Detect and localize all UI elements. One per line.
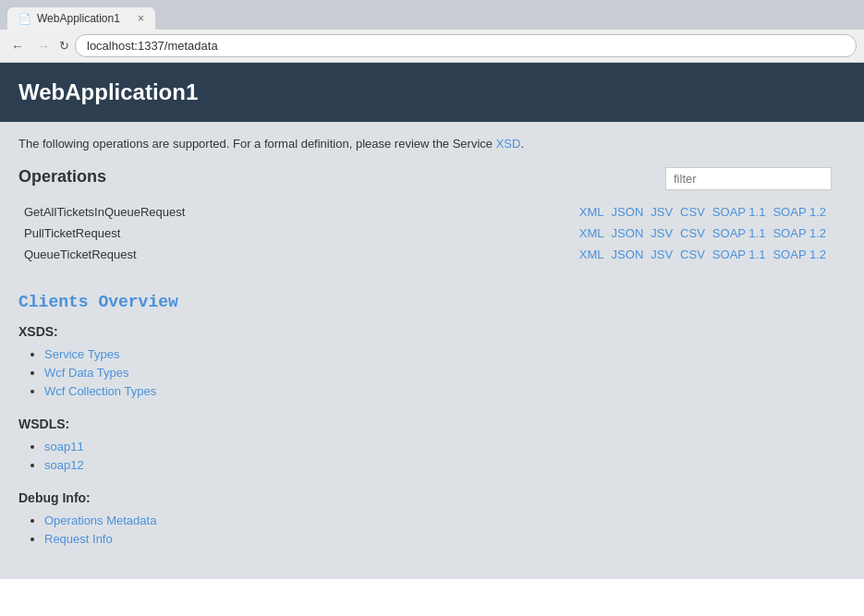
nav-link[interactable]: Wcf Collection Types: [44, 384, 156, 398]
operation-name: PullTicketRequest: [18, 223, 397, 244]
operation-format-link[interactable]: SOAP 1.1: [712, 205, 766, 219]
page-content: The following operations are supported. …: [0, 122, 850, 579]
list-item: soap12: [44, 457, 832, 472]
back-button[interactable]: ←: [7, 37, 28, 55]
nav-link[interactable]: Operations Metadata: [44, 513, 156, 527]
operation-format-link[interactable]: SOAP 1.2: [773, 205, 826, 219]
table-row: QueueTicketRequestXMLJSONJSVCSVSOAP 1.1S…: [18, 244, 832, 265]
browser-tab[interactable]: 📄 WebApplication1 ×: [7, 7, 155, 30]
operation-links: XMLJSONJSVCSVSOAP 1.1SOAP 1.2: [397, 201, 832, 223]
app-title: WebApplication1: [18, 79, 198, 104]
list-item: Wcf Data Types: [44, 365, 832, 380]
operation-name: GetAllTicketsInQueueRequest: [18, 201, 397, 223]
operation-format-link[interactable]: CSV: [680, 226, 705, 240]
operation-format-link[interactable]: SOAP 1.2: [773, 226, 826, 240]
nav-bar: ← → ↻: [0, 30, 864, 63]
nav-link[interactable]: Service Types: [44, 347, 119, 361]
debug-label: Debug Info:: [18, 490, 832, 505]
operation-format-link[interactable]: JSV: [651, 248, 673, 261]
tab-page-icon: 📄: [18, 13, 31, 25]
operations-table: GetAllTicketsInQueueRequestXMLJSONJSVCSV…: [18, 201, 832, 265]
list-item: Operations Metadata: [44, 513, 832, 527]
operation-format-link[interactable]: JSV: [651, 205, 673, 219]
operation-links: XMLJSONJSVCSVSOAP 1.1SOAP 1.2: [397, 223, 832, 244]
operations-header: Operations: [18, 167, 832, 190]
tab-title: WebApplication1: [37, 12, 120, 25]
operation-format-link[interactable]: SOAP 1.1: [712, 226, 766, 240]
operation-format-link[interactable]: XML: [579, 226, 604, 240]
table-row: GetAllTicketsInQueueRequestXMLJSONJSVCSV…: [18, 201, 832, 223]
operation-name: QueueTicketRequest: [18, 244, 397, 265]
list-item: Wcf Collection Types: [44, 383, 832, 398]
clients-overview-title: Clients Overview: [18, 293, 832, 311]
xsds-label: XSDS:: [18, 324, 832, 339]
wsdls-list: soap11soap12: [44, 439, 832, 472]
operation-links: XMLJSONJSVCSVSOAP 1.1SOAP 1.2: [397, 244, 832, 265]
tab-bar: 📄 WebApplication1 ×: [0, 0, 864, 30]
filter-input[interactable]: [665, 167, 832, 190]
nav-link[interactable]: Wcf Data Types: [44, 366, 129, 380]
intro-text-after: .: [520, 137, 524, 151]
list-item: Request Info: [44, 531, 832, 546]
list-item: soap11: [44, 439, 832, 453]
intro-paragraph: The following operations are supported. …: [18, 137, 832, 151]
intro-text-before: The following operations are supported. …: [18, 137, 496, 151]
nav-link[interactable]: soap12: [44, 458, 84, 472]
debug-list: Operations MetadataRequest Info: [44, 513, 832, 546]
xsd-link[interactable]: XSD: [496, 137, 521, 151]
operation-format-link[interactable]: SOAP 1.2: [773, 248, 826, 261]
refresh-button[interactable]: ↻: [59, 39, 69, 53]
operation-format-link[interactable]: JSON: [612, 205, 644, 219]
operation-format-link[interactable]: CSV: [680, 205, 705, 219]
operation-format-link[interactable]: CSV: [680, 248, 705, 261]
table-row: PullTicketRequestXMLJSONJSVCSVSOAP 1.1SO…: [18, 223, 832, 244]
nav-link[interactable]: Request Info: [44, 532, 113, 546]
operations-title: Operations: [18, 167, 106, 187]
operation-format-link[interactable]: XML: [579, 248, 604, 261]
tab-close-button[interactable]: ×: [138, 12, 144, 25]
nav-link[interactable]: soap11: [44, 440, 84, 453]
operation-format-link[interactable]: JSON: [612, 226, 644, 240]
wsdls-label: WSDLS:: [18, 417, 832, 431]
list-item: Service Types: [44, 346, 832, 361]
operation-format-link[interactable]: JSON: [612, 248, 644, 261]
forward-button[interactable]: →: [33, 37, 54, 55]
operation-format-link[interactable]: XML: [579, 205, 604, 219]
operation-format-link[interactable]: JSV: [651, 226, 673, 240]
browser-chrome: 📄 WebApplication1 × ← → ↻ WebApplication…: [0, 0, 864, 579]
xsds-list: Service TypesWcf Data TypesWcf Collectio…: [44, 346, 832, 398]
operation-format-link[interactable]: SOAP 1.1: [712, 248, 766, 261]
app-header: WebApplication1: [0, 63, 864, 122]
address-bar[interactable]: [75, 34, 857, 57]
